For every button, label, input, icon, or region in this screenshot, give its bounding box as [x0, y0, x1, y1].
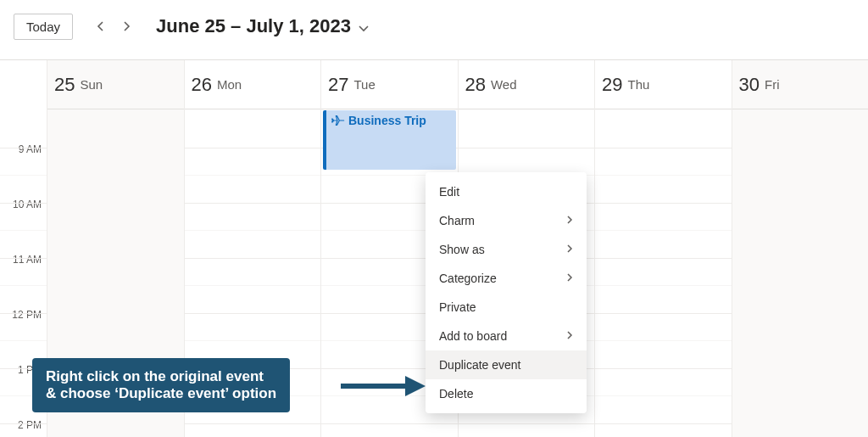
menu-item-add-to-board[interactable]: Add to board	[426, 322, 587, 350]
date-range-picker[interactable]: June 25 – July 1, 2023	[156, 15, 370, 37]
today-button[interactable]: Today	[14, 14, 73, 40]
day-number: 27	[328, 74, 348, 96]
time-label: 11 AM	[13, 254, 42, 266]
arrow-right-icon	[341, 373, 426, 399]
day-name: Wed	[491, 77, 517, 92]
day-number: 25	[54, 74, 75, 96]
time-label: 12 PM	[12, 309, 42, 321]
day-number: 30	[739, 74, 760, 96]
next-arrow[interactable]	[114, 14, 139, 39]
day-name: Fri	[765, 77, 780, 92]
airplane-icon	[331, 114, 345, 131]
day-header: 27 Tue	[321, 60, 458, 109]
chevron-left-icon	[97, 20, 105, 32]
svg-marker-1	[405, 376, 426, 396]
day-name: Sun	[80, 77, 103, 92]
day-header: 30 Fri	[732, 60, 869, 109]
menu-label: Edit	[439, 185, 459, 199]
chevron-right-icon	[122, 20, 131, 32]
day-name: Thu	[627, 77, 649, 92]
day-number: 29	[602, 74, 622, 96]
time-label: 9 AM	[19, 143, 42, 155]
event-context-menu: Edit Charm Show as Categorize Private Ad…	[426, 172, 587, 413]
menu-item-private[interactable]: Private	[426, 293, 587, 322]
day-name: Mon	[217, 77, 242, 92]
day-col-fri[interactable]: 30 Fri	[732, 60, 869, 437]
tutorial-callout: Right click on the original event & choo…	[32, 358, 290, 412]
tutorial-arrow	[341, 373, 426, 399]
menu-item-charm[interactable]: Charm	[426, 206, 587, 235]
chevron-right-icon	[566, 215, 573, 227]
event-title: Business Trip	[348, 114, 426, 127]
calendar-toolbar: Today June 25 – July 1, 2023	[0, 0, 868, 59]
chevron-down-icon	[358, 15, 370, 37]
day-col-thu[interactable]: 29 Thu	[594, 60, 732, 437]
chevron-right-icon	[566, 244, 573, 255]
time-label: 2 PM	[18, 419, 42, 431]
menu-label: Categorize	[439, 272, 497, 285]
day-name: Tue	[353, 77, 375, 92]
menu-label: Add to board	[439, 329, 507, 343]
menu-item-categorize[interactable]: Categorize	[426, 264, 587, 293]
prev-arrow[interactable]	[88, 14, 114, 39]
day-header: 29 Thu	[595, 60, 732, 109]
menu-label: Private	[439, 300, 476, 314]
day-header: 25 Sun	[47, 60, 184, 109]
callout-line-1: Right click on the original event	[46, 368, 276, 385]
callout-line-2: & choose ‘Duplicate event’ option	[46, 385, 276, 402]
time-label: 10 AM	[13, 199, 42, 210]
menu-item-edit[interactable]: Edit	[426, 177, 587, 206]
menu-item-duplicate-event[interactable]: Duplicate event	[426, 350, 587, 379]
menu-label: Show as	[439, 243, 485, 256]
menu-label: Duplicate event	[439, 358, 521, 372]
menu-item-show-as[interactable]: Show as	[426, 235, 587, 264]
day-number: 28	[465, 74, 486, 96]
menu-item-delete[interactable]: Delete	[426, 379, 587, 408]
nav-arrows	[88, 14, 139, 39]
chevron-right-icon	[566, 272, 573, 284]
menu-label: Delete	[439, 387, 473, 401]
day-header: 28 Wed	[459, 60, 595, 109]
date-range-text: June 25 – July 1, 2023	[156, 15, 351, 37]
event-business-trip[interactable]: Business Trip	[323, 110, 456, 170]
day-number: 26	[192, 74, 212, 96]
menu-label: Charm	[439, 214, 475, 227]
chevron-right-icon	[566, 330, 573, 342]
day-header: 26 Mon	[185, 60, 321, 109]
